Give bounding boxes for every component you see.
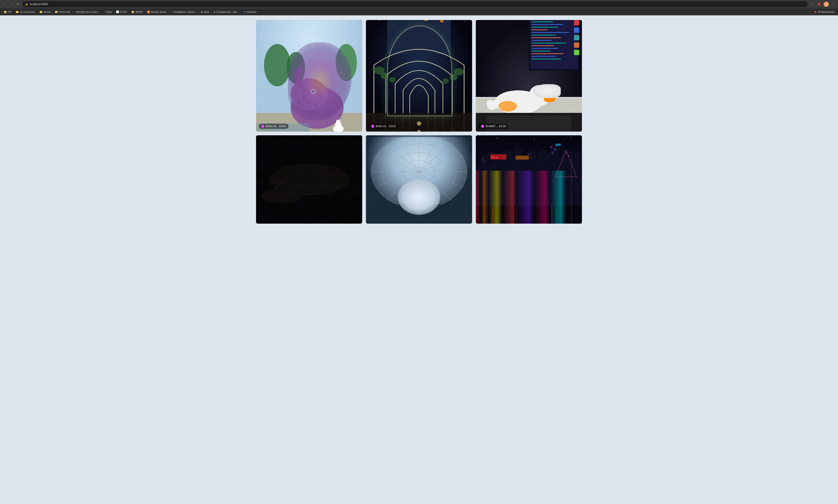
svg-rect-75 (574, 28, 579, 33)
bookmark-label: CP (8, 11, 12, 13)
svg-rect-121 (476, 166, 484, 223)
bookmark-icon: 🔖 (814, 11, 817, 14)
svg-rect-71 (531, 53, 563, 54)
image-thumbnail-6: ●●● (476, 135, 582, 223)
bookmark-item-hacker-news[interactable]: Y Hacker News (145, 10, 168, 14)
svg-rect-114 (476, 135, 582, 223)
svg-rect-64 (531, 35, 555, 35)
folder-icon: 📁 (131, 11, 135, 14)
svg-rect-62 (531, 30, 547, 30)
folder-icon: 📁 (4, 11, 7, 14)
bookmark-item-clist[interactable]: C CLIST (114, 10, 129, 14)
address-dot-3 (481, 125, 484, 128)
svg-rect-76 (574, 35, 579, 40)
svg-point-85 (543, 92, 545, 94)
excalidraw-favicon: ✏ (170, 11, 172, 14)
browser-chrome: ← → ↻ 🔒 ☆ U ⋮ 📁 CP 📁 Cp resources (0, 0, 838, 15)
svg-rect-65 (531, 37, 561, 38)
svg-point-118 (534, 139, 534, 140)
profile-button[interactable]: U (824, 2, 829, 7)
svg-point-33 (459, 25, 459, 25)
url-input[interactable] (30, 3, 805, 6)
bookmark-label: Front end (59, 11, 70, 13)
svg-rect-145 (555, 144, 561, 146)
back-button[interactable]: ← (2, 2, 7, 7)
bookmark-item-excalidraw[interactable]: ✏ Excalidraw | Hand-... (169, 10, 199, 14)
svg-rect-148 (492, 156, 492, 156)
svg-rect-69 (531, 48, 558, 49)
bookmarks-right: | 🔖 All Bookmarks (808, 10, 836, 14)
svg-point-7 (336, 44, 357, 81)
address-dot-1 (261, 125, 264, 128)
folder-icon: 📁 (16, 11, 19, 14)
bookmark-item-cp-resources[interactable]: 📁 Cp resources (14, 10, 37, 14)
svg-rect-68 (531, 45, 554, 46)
clist-favicon: C (116, 11, 119, 13)
image-card-4[interactable] (256, 135, 362, 223)
image-card-5[interactable] (366, 135, 472, 223)
bookmark-item-components[interactable]: ◈ Components - Ace... (211, 10, 241, 14)
svg-rect-111 (415, 193, 423, 214)
svg-rect-146 (482, 158, 483, 159)
refresh-button[interactable]: ↻ (15, 2, 20, 7)
extension-button[interactable] (817, 2, 822, 7)
svg-rect-142 (550, 146, 552, 148)
svg-rect-150 (531, 157, 531, 158)
svg-point-15 (306, 100, 310, 104)
settings-button[interactable]: ⋮ (831, 2, 836, 7)
svg-rect-67 (531, 43, 566, 43)
forward-button[interactable]: → (9, 2, 14, 7)
image-card-2[interactable]: 0x0ccd..6322 (366, 20, 472, 131)
bookmark-item-enhance[interactable]: ⊕ enhance (242, 10, 258, 14)
svg-rect-39 (424, 20, 428, 21)
bookmark-item-social[interactable]: 📁 Social (37, 10, 52, 14)
browser-icons: ☆ U ⋮ (809, 2, 836, 7)
bookmark-item-front-end[interactable]: 📁 Front end (53, 10, 72, 14)
star-button[interactable]: ☆ (809, 2, 815, 7)
bookmark-item-topic[interactable]: T Topic (102, 10, 114, 14)
svg-rect-141 (516, 156, 529, 160)
svg-rect-72 (531, 56, 555, 57)
bookmark-item-web3[interactable]: 📁 WEB3 (130, 10, 144, 14)
svg-point-86 (498, 101, 517, 112)
svg-rect-134 (550, 145, 559, 223)
address-badge-3: 0x48d7..b110 (479, 124, 508, 129)
image-card-3[interactable]: 0x48d7..b110 (476, 20, 582, 131)
bookmarks-bar: 📁 CP 📁 Cp resources 📁 Social 📁 Front end… (0, 8, 838, 15)
svg-point-110 (406, 183, 432, 202)
page-content: 0x0ccd..6322 (0, 15, 838, 504)
svg-point-48 (389, 77, 395, 83)
music-favicon: ♪ (74, 11, 75, 13)
svg-rect-78 (574, 50, 579, 55)
bookmark-item-royalty-free-music[interactable]: ♪ Royalty free music _ (72, 10, 101, 14)
svg-point-12 (302, 95, 306, 99)
bookmark-label: Topic (106, 11, 112, 13)
svg-line-158 (556, 206, 557, 223)
svg-point-47 (449, 74, 457, 80)
nav-buttons: ← → ↻ (2, 2, 20, 7)
bookmark-item-all[interactable]: 🔖 All Bookmarks (812, 10, 836, 14)
svg-point-18 (310, 89, 316, 94)
svg-rect-41 (440, 20, 443, 22)
image-card-6[interactable]: ●●● (476, 135, 582, 223)
svg-rect-63 (531, 32, 569, 33)
address-badge-1: 0x0ccd..6322 (259, 124, 288, 129)
bookmark-label: All Bookmarks (818, 11, 834, 13)
svg-rect-60 (531, 24, 563, 25)
svg-rect-123 (486, 164, 492, 223)
address-badge-2: 0x0ccd..6322 (369, 124, 398, 129)
image-thumbnail-3 (476, 20, 582, 131)
svg-point-94 (261, 187, 304, 203)
bookmark-item-next[interactable]: ▶ Next (199, 10, 211, 14)
address-text-2: 0x0ccd..6322 (376, 125, 396, 128)
folder-icon: 📁 (39, 11, 42, 14)
image-card-1[interactable]: 0x0ccd..6322 (256, 20, 362, 131)
svg-rect-73 (531, 58, 561, 59)
image-thumbnail-4 (256, 135, 362, 223)
svg-point-6 (264, 44, 291, 86)
bookmark-label: enhance (246, 11, 256, 13)
bookmark-item-cp[interactable]: 📁 CP (2, 10, 13, 14)
image-grid: 0x0ccd..6322 (256, 20, 582, 223)
svg-rect-59 (531, 21, 553, 22)
svg-point-23 (336, 120, 338, 125)
